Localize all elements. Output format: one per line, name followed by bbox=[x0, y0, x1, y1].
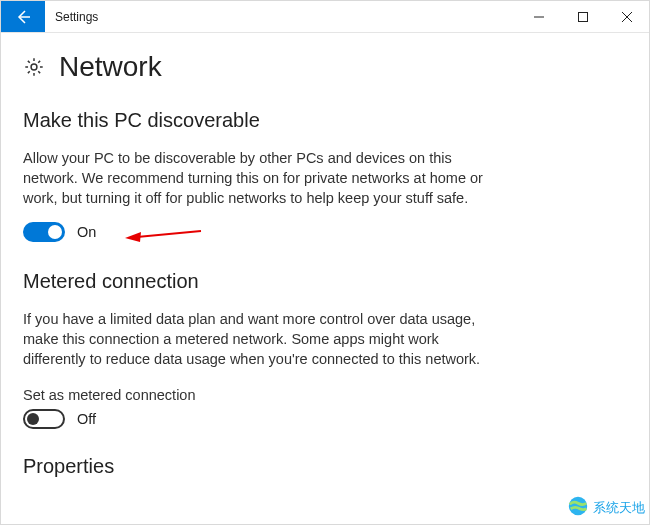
globe-icon bbox=[567, 495, 589, 520]
svg-marker-6 bbox=[125, 232, 141, 242]
content-area: Network Make this PC discoverable Allow … bbox=[1, 33, 649, 524]
metered-description: If you have a limited data plan and want… bbox=[23, 309, 483, 369]
watermark: 系统天地 bbox=[567, 495, 645, 520]
discoverable-heading: Make this PC discoverable bbox=[23, 109, 627, 132]
metered-heading: Metered connection bbox=[23, 270, 627, 293]
discoverable-toggle-label: On bbox=[77, 224, 96, 240]
svg-point-7 bbox=[569, 497, 587, 515]
metered-toggle[interactable] bbox=[23, 409, 65, 429]
close-button[interactable] bbox=[605, 1, 649, 32]
metered-toggle-caption: Set as metered connection bbox=[23, 387, 627, 403]
svg-line-5 bbox=[137, 231, 201, 237]
back-button[interactable] bbox=[1, 1, 45, 32]
metered-toggle-row: Off bbox=[23, 409, 627, 429]
watermark-text: 系统天地 bbox=[593, 499, 645, 517]
properties-heading: Properties bbox=[23, 455, 627, 478]
svg-point-4 bbox=[31, 64, 37, 70]
discoverable-toggle[interactable] bbox=[23, 222, 65, 242]
page-header: Network bbox=[23, 51, 627, 83]
annotation-arrow-icon bbox=[123, 225, 203, 249]
metered-toggle-label: Off bbox=[77, 411, 96, 427]
svg-rect-1 bbox=[579, 12, 588, 21]
discoverable-description: Allow your PC to be discoverable by othe… bbox=[23, 148, 483, 208]
page-title: Network bbox=[59, 51, 162, 83]
gear-icon bbox=[23, 56, 45, 78]
settings-window: Settings Network Make this PC discoverab… bbox=[0, 0, 650, 525]
window-title: Settings bbox=[45, 1, 98, 32]
titlebar: Settings bbox=[1, 1, 649, 33]
discoverable-toggle-row: On bbox=[23, 222, 627, 242]
maximize-button[interactable] bbox=[561, 1, 605, 32]
minimize-button[interactable] bbox=[517, 1, 561, 32]
